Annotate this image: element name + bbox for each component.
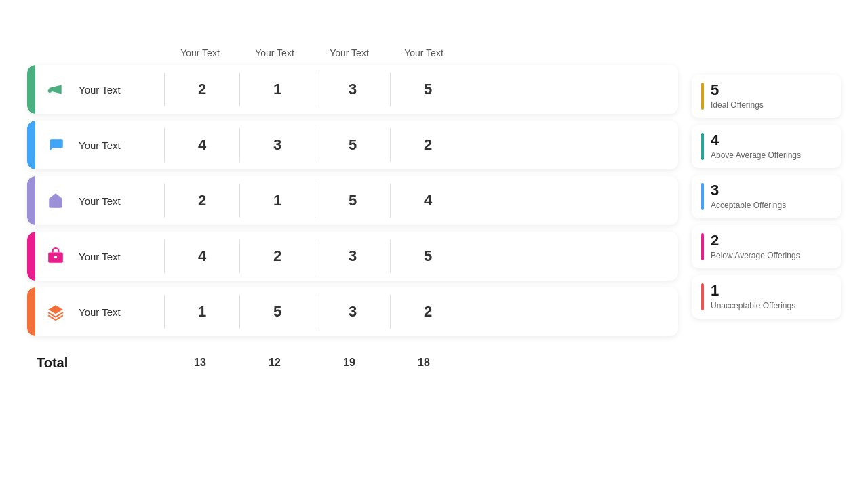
cell-3-1: 2 <box>240 247 315 265</box>
data-row-0: Your Text2135 <box>27 65 678 114</box>
legend-number-3: 2 <box>711 233 800 248</box>
row-label-1: Your Text <box>76 140 164 151</box>
col-header-2: Your Text <box>312 47 387 58</box>
cell-2-2: 5 <box>315 192 390 209</box>
cell-4-1: 5 <box>240 303 315 321</box>
legend-content-2: 3Acceptable Offerings <box>711 183 786 210</box>
svg-point-0 <box>48 89 52 92</box>
total-cell-2: 19 <box>312 357 387 369</box>
row-icon-0 <box>35 81 76 98</box>
total-label: Total <box>27 355 163 371</box>
legend-card-0: 5Ideal Offerings <box>692 75 841 118</box>
cell-0-2: 3 <box>315 81 390 98</box>
legend-number-0: 5 <box>711 83 764 98</box>
cell-1-1: 3 <box>240 136 315 154</box>
legend-content-0: 5Ideal Offerings <box>711 83 764 110</box>
legend-bar-0 <box>701 83 704 110</box>
total-cell-0: 13 <box>163 357 237 369</box>
cell-1-2: 5 <box>315 136 390 154</box>
cell-0-0: 2 <box>165 81 239 98</box>
legend-section: 5Ideal Offerings4Above Average Offerings… <box>692 47 841 380</box>
col-header-1: Your Text <box>237 47 312 58</box>
legend-bar-4 <box>701 283 704 310</box>
data-row-3: Your Text4235 <box>27 232 678 281</box>
row-accent-2 <box>27 176 35 225</box>
cell-0-1: 1 <box>240 81 315 98</box>
col-header-0: Your Text <box>163 47 237 58</box>
legend-content-3: 2Below Average Offerings <box>711 233 800 260</box>
svg-point-2 <box>54 256 57 258</box>
cell-3-2: 3 <box>315 247 390 265</box>
row-label-2: Your Text <box>76 195 164 207</box>
row-accent-1 <box>27 121 35 169</box>
legend-bar-2 <box>701 183 704 210</box>
legend-label-3: Below Average Offerings <box>711 251 800 260</box>
cell-1-0: 4 <box>165 136 239 154</box>
legend-label-2: Acceptable Offerings <box>711 201 786 210</box>
legend-number-4: 1 <box>711 283 795 298</box>
legend-card-4: 1Unacceptable Offerings <box>692 275 841 319</box>
legend-label-0: Ideal Offerings <box>711 100 764 110</box>
cell-4-0: 1 <box>165 303 239 321</box>
cell-4-3: 2 <box>391 303 465 321</box>
legend-bar-1 <box>701 133 704 160</box>
main-layout: Your TextYour TextYour TextYour Text You… <box>0 47 868 380</box>
cell-2-0: 2 <box>165 192 239 209</box>
cell-2-1: 1 <box>240 192 315 209</box>
legend-bar-3 <box>701 233 704 260</box>
cell-3-0: 4 <box>165 247 239 265</box>
row-icon-2 <box>35 192 76 209</box>
legend-content-4: 1Unacceptable Offerings <box>711 283 795 310</box>
row-accent-3 <box>27 232 35 281</box>
total-cell-1: 12 <box>237 357 312 369</box>
legend-content-1: 4Above Average Offerings <box>711 133 801 160</box>
data-row-4: Your Text1532 <box>27 287 678 336</box>
total-row: Total13121918 <box>27 346 678 380</box>
cell-2-3: 4 <box>391 192 465 209</box>
row-icon-1 <box>35 136 76 154</box>
data-row-1: Your Text4352 <box>27 121 678 169</box>
header-row: Your TextYour TextYour TextYour Text <box>163 47 678 58</box>
cell-4-2: 3 <box>315 303 390 321</box>
cell-0-3: 5 <box>391 81 465 98</box>
row-icon-4 <box>35 303 76 321</box>
total-cell-3: 18 <box>387 357 461 369</box>
legend-card-2: 3Acceptable Offerings <box>692 175 841 218</box>
cell-1-3: 2 <box>391 136 465 154</box>
row-label-3: Your Text <box>76 251 164 262</box>
col-header-3: Your Text <box>387 47 461 58</box>
row-label-4: Your Text <box>76 306 164 318</box>
legend-number-2: 3 <box>711 183 786 198</box>
row-label-0: Your Text <box>76 84 164 96</box>
row-accent-4 <box>27 287 35 336</box>
row-accent-0 <box>27 65 35 114</box>
cell-3-3: 5 <box>391 247 465 265</box>
legend-card-3: 2Below Average Offerings <box>692 225 841 268</box>
legend-label-1: Above Average Offerings <box>711 150 801 160</box>
row-icon-3 <box>35 247 76 265</box>
matrix-section: Your TextYour TextYour TextYour Text You… <box>27 47 678 380</box>
legend-card-1: 4Above Average Offerings <box>692 125 841 168</box>
data-row-2: Your Text2154 <box>27 176 678 225</box>
legend-label-4: Unacceptable Offerings <box>711 301 795 310</box>
legend-number-1: 4 <box>711 133 801 148</box>
